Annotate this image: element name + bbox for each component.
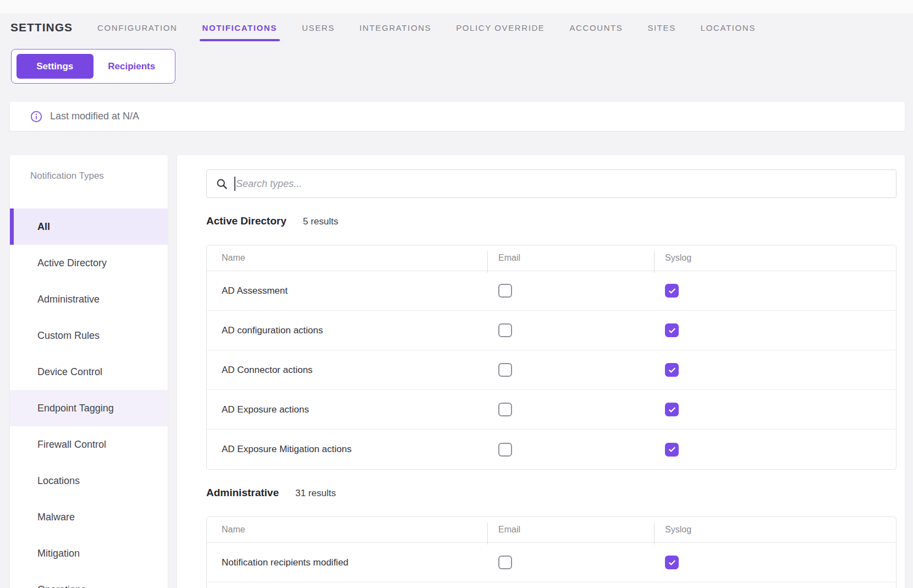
table-row: AD Exposure Mitigation actions: [207, 430, 896, 469]
table-row: AD Connector actions: [207, 350, 896, 390]
table-header: Name Email Syslog: [207, 245, 896, 271]
nav-items: CONFIGURATIONNOTIFICATIONSUSERSINTEGRATI…: [97, 23, 756, 32]
content-area: Notification Types AllActive DirectoryAd…: [0, 155, 913, 588]
sidebar-item-operations[interactable]: Operations: [10, 571, 168, 588]
main-panel: Active Directory 5 results Name Email Sy…: [177, 155, 905, 588]
notification-name: AD Exposure Mitigation actions: [207, 444, 487, 455]
notification-name: AD Exposure actions: [207, 404, 487, 415]
notification-name: AD configuration actions: [207, 325, 487, 336]
last-modified-banner: Last modified at N/A: [10, 102, 905, 131]
info-icon: [30, 111, 42, 123]
email-checkbox[interactable]: [498, 363, 512, 377]
nav-item-accounts[interactable]: ACCOUNTS: [569, 23, 623, 32]
notification-types-sidebar: Notification Types AllActive DirectoryAd…: [10, 155, 168, 588]
column-header-email: Email: [487, 253, 654, 263]
column-header-syslog: Syslog: [654, 253, 896, 263]
nav-item-configuration[interactable]: CONFIGURATION: [97, 23, 178, 32]
section-title: Active Directory: [206, 215, 287, 227]
email-checkbox[interactable]: [498, 556, 512, 569]
notification-table: Name Email Syslog AD Assessment AD confi…: [206, 245, 897, 470]
email-checkbox[interactable]: [498, 443, 512, 457]
column-header-syslog: Syslog: [654, 525, 896, 535]
notification-section: Active Directory 5 results Name Email Sy…: [206, 215, 897, 470]
sidebar-item-endpoint-tagging[interactable]: Endpoint Tagging: [10, 390, 168, 426]
email-checkbox[interactable]: [498, 403, 512, 416]
notification-name: AD Assessment: [207, 285, 487, 296]
syslog-checkbox[interactable]: [665, 363, 679, 377]
section-heading: Active Directory 5 results: [206, 215, 897, 228]
search-icon: [216, 178, 228, 190]
section-results-count: 5 results: [303, 216, 338, 227]
sidebar-item-active-directory[interactable]: Active Directory: [10, 245, 168, 281]
section-heading: Administrative 31 results: [206, 487, 897, 500]
table-row: AD Exposure actions: [207, 390, 896, 430]
nav-item-notifications[interactable]: NOTIFICATIONS: [202, 23, 277, 32]
page-title: SETTINGS: [10, 21, 73, 34]
syslog-checkbox[interactable]: [665, 556, 679, 569]
table-row: AD Assessment: [207, 271, 896, 311]
nav-item-integrations[interactable]: INTEGRATIONS: [360, 23, 432, 32]
top-strip: [0, 0, 913, 13]
email-checkbox[interactable]: [498, 284, 512, 298]
table-row: AD configuration actions: [207, 311, 896, 350]
nav-item-sites[interactable]: SITES: [647, 23, 675, 32]
sidebar-title: Notification Types: [10, 171, 168, 183]
top-navigation: SETTINGS CONFIGURATIONNOTIFICATIONSUSERS…: [0, 13, 913, 42]
search-input[interactable]: [235, 170, 896, 197]
table-body: AD Assessment AD configuration actions A…: [207, 271, 896, 469]
sidebar-list: AllActive DirectoryAdministrativeCustom …: [10, 208, 168, 588]
syslog-checkbox[interactable]: [665, 443, 679, 457]
sidebar-item-device-control[interactable]: Device Control: [10, 354, 168, 390]
sidebar-item-locations[interactable]: Locations: [10, 463, 168, 499]
notification-name: AD Connector actions: [207, 365, 487, 376]
view-toggle: SettingsRecipients: [11, 49, 175, 84]
toggle-option-settings[interactable]: Settings: [16, 54, 94, 79]
sidebar-item-malware[interactable]: Malware: [10, 499, 168, 535]
nav-item-users[interactable]: USERS: [302, 23, 335, 32]
toggle-option-recipients[interactable]: Recipients: [94, 54, 170, 79]
sidebar-item-all[interactable]: All: [10, 208, 168, 245]
column-header-email: Email: [487, 525, 654, 535]
sections-container: Active Directory 5 results Name Email Sy…: [206, 215, 897, 588]
email-checkbox[interactable]: [498, 323, 512, 337]
notification-section: Administrative 31 results Name Email Sys…: [206, 487, 897, 588]
sidebar-item-firewall-control[interactable]: Firewall Control: [10, 426, 168, 463]
table-body: Notification recipients modified: [207, 543, 896, 582]
last-modified-text: Last modified at N/A: [50, 111, 139, 122]
section-title: Administrative: [206, 487, 279, 499]
search-bar[interactable]: [206, 169, 897, 198]
sidebar-item-mitigation[interactable]: Mitigation: [10, 535, 168, 571]
syslog-checkbox[interactable]: [665, 284, 679, 298]
notification-table: Name Email Syslog Notification recipient…: [206, 516, 897, 588]
nav-item-policy-override[interactable]: POLICY OVERRIDE: [456, 23, 544, 32]
nav-item-locations[interactable]: LOCATIONS: [701, 23, 756, 32]
column-header-name: Name: [207, 253, 487, 263]
sidebar-item-custom-rules[interactable]: Custom Rules: [10, 317, 168, 354]
table-row: Notification recipients modified: [207, 543, 896, 582]
notification-name: Notification recipients modified: [207, 557, 487, 568]
column-header-name: Name: [207, 525, 487, 535]
syslog-checkbox[interactable]: [665, 323, 679, 337]
view-toggle-row: SettingsRecipients: [11, 49, 913, 84]
syslog-checkbox[interactable]: [665, 403, 679, 416]
table-header: Name Email Syslog: [207, 517, 896, 543]
section-results-count: 31 results: [295, 488, 336, 499]
sidebar-item-administrative[interactable]: Administrative: [10, 281, 168, 317]
